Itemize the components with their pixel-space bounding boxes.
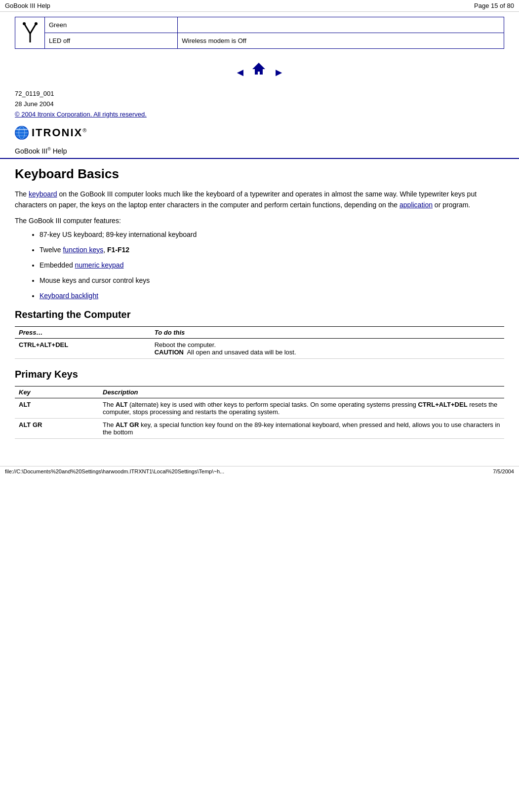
- table-row: ALT GR The ALT GR key, a special functio…: [15, 418, 504, 438]
- keyboard-link[interactable]: keyboard: [29, 190, 57, 198]
- app-title: GoBook III Help: [5, 2, 50, 9]
- main-content: Keyboard Basics The keyboard on the GoBo…: [0, 159, 519, 456]
- svg-line-2: [30, 24, 36, 34]
- page-info: Page 15 of 80: [474, 2, 514, 9]
- keyboard-intro: The keyboard on the GoBook III computer …: [15, 189, 504, 211]
- doc-number: 72_0119_001: [15, 89, 504, 99]
- primary-keys-title: Primary Keys: [15, 369, 504, 380]
- svg-point-3: [23, 22, 26, 25]
- list-item: Mouse keys and cursor control keys: [40, 275, 504, 286]
- logo-globe-icon: [15, 126, 29, 140]
- green-label: Green: [45, 17, 178, 33]
- list-item: Twelve function keys, F1-F12: [40, 245, 504, 255]
- primary-col-key: Key: [15, 386, 99, 398]
- green-value: [178, 17, 504, 33]
- primary-keys-table: Key Description ALT The ALT (alternate) …: [15, 386, 504, 439]
- svg-line-1: [24, 24, 30, 34]
- feature-list: 87-key US keyboard; 89-key international…: [40, 230, 504, 301]
- doc-date: 28 June 2004: [15, 99, 504, 110]
- svg-marker-5: [252, 63, 265, 75]
- key-name-alt: ALT: [15, 398, 99, 418]
- bottom-bar: file://C:\Documents%20and%20Settings\har…: [0, 466, 519, 476]
- navigation-arrows: ◄ ►: [0, 54, 519, 84]
- table-row: ALT The ALT (alternate) key is used with…: [15, 398, 504, 418]
- primary-col-desc: Description: [99, 386, 504, 398]
- footer-info: 72_0119_001 28 June 2004 © 2004 Itronix …: [0, 84, 519, 122]
- led-table: Green LED off Wireless modem is Off: [15, 17, 504, 49]
- led-off-label: LED off: [45, 33, 178, 49]
- restart-action: Reboot the computer. CAUTION All open an…: [151, 338, 504, 358]
- list-item: Embedded numeric keypad: [40, 260, 504, 271]
- numeric-keypad-link[interactable]: numeric keypad: [75, 261, 124, 269]
- device-icon: [15, 17, 45, 49]
- restarting-title: Restarting the Computer: [15, 309, 504, 320]
- copyright-link[interactable]: © 2004 Itronix Corporation. All rights r…: [15, 110, 504, 120]
- function-keys-link[interactable]: function keys: [63, 246, 103, 254]
- key-name-altgr: ALT GR: [15, 418, 99, 438]
- restart-col-todo: To do this: [151, 326, 504, 338]
- led-off-value: Wireless modem is Off: [178, 33, 504, 49]
- home-icon[interactable]: [251, 65, 270, 78]
- list-item: Keyboard backlight: [40, 291, 504, 301]
- restart-key: CTRL+ALT+DEL: [15, 338, 151, 358]
- restart-table: Press… To do this CTRL+ALT+DEL Reboot th…: [15, 326, 504, 359]
- back-arrow[interactable]: ◄: [235, 66, 245, 78]
- key-desc-altgr: The ALT GR key, a special function key f…: [99, 418, 504, 438]
- list-item: 87-key US keyboard; 89-key international…: [40, 230, 504, 240]
- restart-col-press: Press…: [15, 326, 151, 338]
- application-link[interactable]: application: [399, 201, 433, 209]
- logo-area: ITRONIX®: [0, 122, 519, 144]
- forward-arrow[interactable]: ►: [274, 66, 284, 78]
- keyboard-basics-title: Keyboard Basics: [15, 166, 504, 182]
- logo-text: ITRONIX®: [32, 126, 87, 139]
- file-path: file://C:\Documents%20and%20Settings\har…: [5, 468, 224, 474]
- key-desc-alt: The ALT (alternate) key is used with oth…: [99, 398, 504, 418]
- top-bar: GoBook III Help Page 15 of 80: [0, 0, 519, 12]
- file-date: 7/5/2004: [493, 468, 514, 474]
- features-label: The GoBook III computer features:: [15, 217, 504, 225]
- keyboard-backlight-link[interactable]: Keyboard backlight: [40, 292, 98, 300]
- svg-point-4: [35, 22, 38, 25]
- gobook-section-heading: GoBook III® Help: [0, 144, 519, 159]
- table-row: CTRL+ALT+DEL Reboot the computer. CAUTIO…: [15, 338, 504, 358]
